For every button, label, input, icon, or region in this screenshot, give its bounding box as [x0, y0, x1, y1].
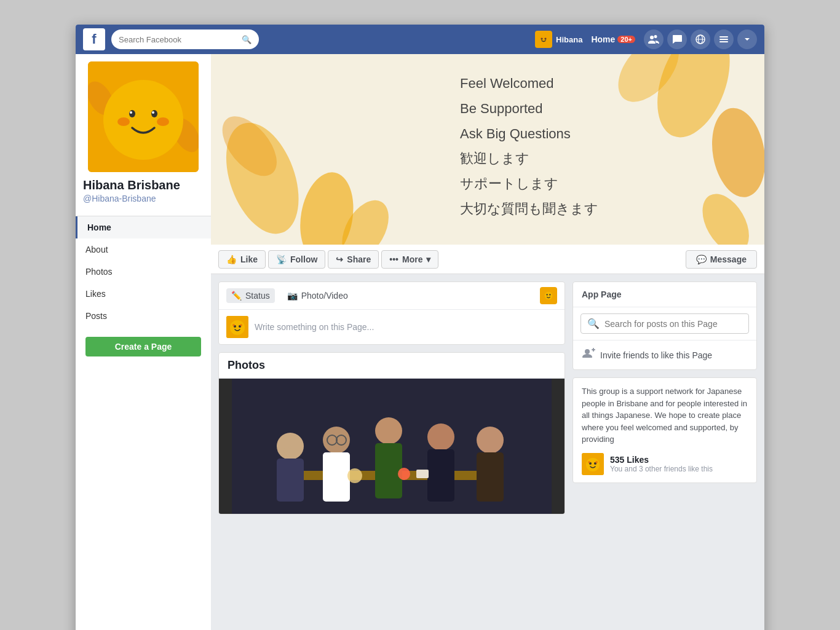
svg-point-20 — [157, 117, 169, 126]
nav-home[interactable]: Home 20+ — [586, 32, 640, 47]
create-page-button[interactable]: Create a Page — [85, 337, 201, 356]
svg-rect-9 — [719, 39, 728, 40]
svg-point-16 — [151, 110, 157, 117]
sidebar-item-about[interactable]: About — [76, 238, 211, 261]
sidebar: Hibana Brisbane @Hibana-Brisbane Home Ab… — [76, 54, 211, 630]
svg-point-38 — [232, 324, 235, 326]
message-button[interactable]: 💬 Message — [686, 250, 757, 269]
photo-tab[interactable]: 📷 Photo/Video — [282, 288, 353, 303]
likes-sub: You and 3 other friends like this — [610, 465, 713, 473]
svg-point-49 — [427, 423, 454, 451]
svg-rect-46 — [323, 452, 350, 502]
invite-friends-button[interactable]: Invite friends to like this Page — [573, 340, 756, 369]
svg-point-18 — [152, 111, 154, 114]
cover-line-3: Ask Big Questions — [460, 124, 598, 143]
profile-handle: @Hibana-Brisbane — [83, 194, 204, 203]
sidebar-item-home[interactable]: Home — [76, 216, 211, 238]
likes-info: 535 Likes You and 3 other friends like t… — [610, 455, 713, 473]
more-icon: ••• — [389, 254, 398, 264]
profile-section: Hibana Brisbane @Hibana-Brisbane — [76, 54, 211, 211]
svg-rect-52 — [477, 452, 504, 502]
right-column: App Page 🔍 — [573, 282, 757, 514]
pencil-icon: ✏️ — [231, 291, 242, 301]
nav-user[interactable]: Hibana — [535, 31, 582, 48]
svg-point-35 — [230, 320, 245, 335]
about-text: This group is a support network for Japa… — [582, 385, 748, 446]
nav-right: Hibana Home 20+ — [535, 30, 757, 49]
likes-avatar — [582, 453, 604, 475]
like-button[interactable]: 👍 Like — [218, 250, 266, 269]
navbar: f 🔍 Hibana Home — [76, 25, 764, 54]
emoji-selector[interactable] — [540, 287, 557, 304]
share-button[interactable]: ↪ Share — [328, 250, 379, 269]
add-person-icon — [582, 347, 595, 363]
cover-photo: Feel Welcomed Be Supported Ask Big Quest… — [211, 54, 764, 245]
facebook-logo: f — [83, 28, 105, 50]
post-placeholder[interactable]: Write something on this Page... — [255, 322, 374, 332]
search-bar-container[interactable]: 🔍 — [111, 30, 259, 49]
sidebar-nav: Home About Photos Likes Posts — [76, 216, 211, 327]
cover-line-1: Feel Welcomed — [460, 74, 598, 93]
friends-icon-btn[interactable] — [644, 30, 664, 49]
about-card-content: This group is a support network for Japa… — [573, 378, 756, 482]
action-bar: 👍 Like 📡 Follow ↪ Share ••• More ▾ � — [211, 245, 764, 274]
share-icon: ↪ — [336, 254, 343, 264]
camera-icon: 📷 — [287, 291, 298, 301]
cover-line-2: Be Supported — [460, 99, 598, 118]
profile-name: Hibana Brisbane — [83, 178, 204, 192]
sidebar-item-posts[interactable]: Posts — [76, 305, 211, 327]
search-posts-box[interactable]: 🔍 — [580, 313, 749, 334]
feed-column: ✏️ Status 📷 Photo/Video — [218, 282, 565, 514]
svg-rect-44 — [277, 459, 304, 502]
globe-icon-btn[interactable] — [691, 30, 710, 49]
svg-point-61 — [585, 349, 590, 354]
dropdown-icon-btn[interactable] — [737, 30, 757, 49]
svg-rect-10 — [719, 41, 728, 42]
svg-point-19 — [117, 117, 130, 126]
svg-point-4 — [545, 37, 547, 39]
svg-point-47 — [375, 417, 402, 444]
status-tab[interactable]: ✏️ Status — [226, 288, 275, 303]
more-button[interactable]: ••• More ▾ — [381, 250, 438, 269]
svg-point-68 — [588, 461, 590, 463]
browser-window: f 🔍 Hibana Home — [76, 25, 764, 630]
app-page-card: App Page 🔍 — [573, 282, 757, 370]
sidebar-item-likes[interactable]: Likes — [76, 283, 211, 305]
svg-point-14 — [103, 80, 183, 160]
messages-icon-btn[interactable] — [667, 30, 687, 49]
sidebar-item-photos[interactable]: Photos — [76, 261, 211, 283]
svg-point-53 — [347, 468, 362, 483]
nav-user-name: Hibana — [556, 35, 582, 44]
post-input-area[interactable]: Write something on this Page... — [219, 310, 565, 344]
svg-rect-48 — [375, 443, 402, 498]
svg-point-33 — [549, 294, 550, 295]
svg-rect-50 — [427, 449, 454, 502]
follow-icon: 📡 — [276, 254, 287, 264]
svg-rect-55 — [416, 470, 429, 478]
svg-point-15 — [129, 110, 135, 117]
svg-point-31 — [545, 292, 553, 300]
likes-count: 535 Likes — [610, 455, 713, 465]
svg-rect-8 — [719, 36, 728, 37]
content-area: ✏️ Status 📷 Photo/Video — [211, 274, 764, 522]
photos-header: Photos — [219, 353, 565, 379]
page-container: Hibana Brisbane @Hibana-Brisbane Home Ab… — [76, 54, 764, 630]
menu-icon-btn[interactable] — [714, 30, 734, 49]
svg-point-51 — [477, 427, 504, 454]
likes-row: 535 Likes You and 3 other friends like t… — [582, 453, 748, 475]
message-icon: 💬 — [696, 254, 707, 264]
invite-text: Invite friends to like this Page — [600, 350, 712, 360]
app-page-label: App Page — [573, 282, 756, 307]
svg-point-54 — [398, 468, 410, 480]
cover-text-block: Feel Welcomed Be Supported Ask Big Quest… — [460, 74, 598, 225]
search-posts-input[interactable] — [604, 319, 742, 329]
post-avatar — [226, 316, 248, 338]
cover-line-4: 歓迎します — [460, 149, 598, 168]
cover-line-6: 大切な質問も聞きます — [460, 200, 598, 219]
follow-button[interactable]: 📡 Follow — [268, 250, 325, 269]
nav-avatar — [535, 31, 552, 48]
svg-point-32 — [546, 294, 547, 295]
post-tabs: ✏️ Status 📷 Photo/Video — [219, 282, 565, 310]
search-icon: 🔍 — [242, 35, 252, 44]
search-input[interactable] — [119, 35, 238, 44]
